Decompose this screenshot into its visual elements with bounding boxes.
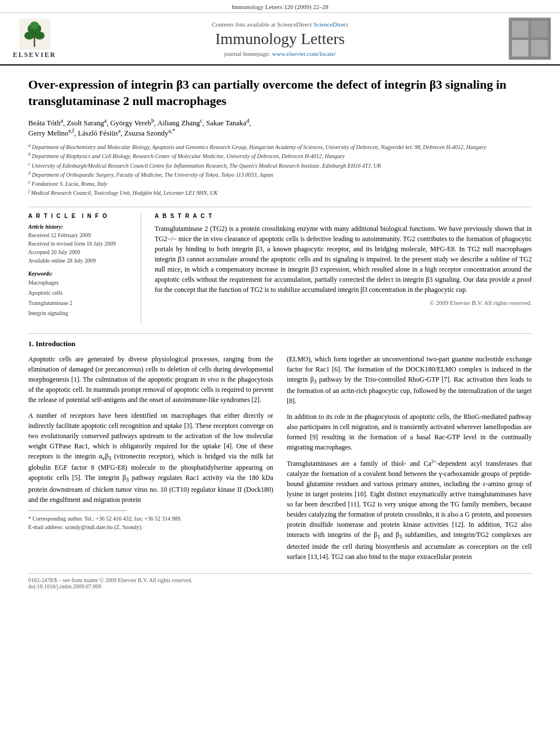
body-right-p1: (ELMO), which form together an unconvent… (287, 354, 532, 406)
footnote-corresponding: * Corresponding author. Tel.: +36 52 416… (28, 514, 273, 531)
journal-header: Immunology Letters 126 (2009) 22–28 (0, 0, 560, 13)
affiliation-e: e Fondazione S. Lucia, Roma, Italy (28, 179, 532, 188)
keyword-2: Apoptotic cells (28, 288, 132, 298)
body-columns: Apoptotic cells are generated by diverse… (28, 354, 532, 567)
body-left-column: Apoptotic cells are generated by diverse… (28, 354, 273, 567)
homepage-label: journal homepage: (224, 50, 270, 57)
banner-center: Contents lists available at ScienceDirec… (60, 21, 500, 57)
contents-text: Contents lists available at ScienceDirec… (212, 21, 312, 28)
journal-banner: ELSEVIER Contents lists available at Sci… (0, 13, 560, 65)
revised-date: Received in revised form 10 July 2009 (28, 239, 132, 248)
svg-point-5 (30, 21, 39, 29)
section1-title: 1. Introduction (28, 339, 532, 348)
svg-rect-10 (531, 40, 548, 56)
available-date: Available online 28 July 2009 (28, 256, 132, 265)
elsevier-label: ELSEVIER (13, 51, 56, 59)
received-date: Received 12 February 2009 (28, 231, 132, 239)
affiliation-a: a Department of Biochemistry and Molecul… (28, 142, 532, 151)
banner-right (500, 18, 551, 60)
article-history-group: Article history: Received 12 February 20… (28, 224, 132, 265)
affiliation-b: b Department of Biophysics and Cell Biol… (28, 151, 532, 160)
homepage-line: journal homepage: www.elsevier.com/locat… (60, 50, 500, 57)
article-body: Over-expression of integrin β3 can parti… (0, 65, 560, 601)
abstract-column: A B S T R A C T Transglutaminase 2 (TG2)… (155, 213, 532, 324)
authors: Beáta Tótha, Zsolt Saranga, György Vereb… (28, 117, 532, 138)
affiliation-c: c University of Edinburgh/Medical Resear… (28, 161, 532, 170)
homepage-url[interactable]: www.elsevier.com/locate/ (272, 50, 336, 57)
body-left-p1: Apoptotic cells are generated by diverse… (28, 354, 273, 405)
affiliations: a Department of Biochemistry and Molecul… (28, 142, 532, 198)
article-info-column: A R T I C L E I N F O Article history: R… (28, 213, 141, 324)
svg-rect-8 (531, 21, 548, 37)
svg-point-3 (24, 32, 34, 40)
keyword-4: Integrin signaling (28, 308, 132, 318)
footer-issn: 0165-2478/$ – see front matter © 2009 El… (28, 577, 532, 583)
footer-bar: 0165-2478/$ – see front matter © 2009 El… (28, 573, 532, 589)
svg-rect-7 (512, 21, 528, 37)
svg-rect-9 (512, 40, 528, 56)
abstract-heading: A B S T R A C T (155, 213, 532, 219)
info-abstract-section: A R T I C L E I N F O Article history: R… (28, 213, 532, 324)
affiliation-d: d Department of Orthopaedic Surgery, Fac… (28, 170, 532, 179)
journal-thumbnail (509, 18, 551, 60)
body-divider (28, 333, 532, 334)
journal-id: Immunology Letters 126 (2009) 22–28 (231, 3, 329, 10)
page: Immunology Letters 126 (2009) 22–28 ELSE… (0, 0, 560, 747)
keywords-group: Keywords: Macrophages Apoptotic cells Tr… (28, 270, 132, 318)
journal-title: Immunology Letters (60, 30, 500, 48)
elsevier-logo: ELSEVIER (9, 19, 60, 59)
body-right-column: (ELMO), which form together an unconvent… (287, 354, 532, 567)
section-divider (28, 207, 532, 207)
sciencedirect-link[interactable]: ScienceDirect (313, 21, 348, 28)
authors-text: Beáta Tótha, Zsolt Saranga, György Vereb… (28, 119, 251, 137)
svg-point-4 (34, 32, 45, 40)
contents-line: Contents lists available at ScienceDirec… (60, 21, 500, 28)
history-label: Article history: (28, 224, 132, 230)
body-left-p2: A number of receptors have been identifi… (28, 410, 273, 505)
keywords-list: Macrophages Apoptotic cells Transglutami… (28, 278, 132, 318)
footnote-divider (28, 510, 126, 511)
copyright-line: © 2009 Elsevier B.V. All rights reserved… (155, 299, 532, 306)
keywords-label: Keywords: (28, 270, 132, 277)
affiliation-f: f Medical Research Council, Toxicology U… (28, 188, 532, 197)
keyword-3: Transglutaminase 2 (28, 298, 132, 308)
keyword-1: Macrophages (28, 278, 132, 288)
abstract-paragraph: Transglutaminase 2 (TG2) is a protein cr… (155, 224, 532, 295)
body-right-p2: In addition to its role in the phagocyto… (287, 412, 532, 452)
abstract-text: Transglutaminase 2 (TG2) is a protein cr… (155, 224, 532, 295)
footer-doi: doi:10.1016/j.imlet.2009.07.009 (28, 583, 532, 589)
accepted-date: Accepted 20 July 2009 (28, 248, 132, 256)
article-title: Over-expression of integrin β3 can parti… (28, 77, 532, 109)
elsevier-tree-icon (19, 19, 50, 50)
article-info-heading: A R T I C L E I N F O (28, 213, 132, 219)
body-right-p3: Transglutaminases are a family of thiol-… (287, 458, 532, 561)
